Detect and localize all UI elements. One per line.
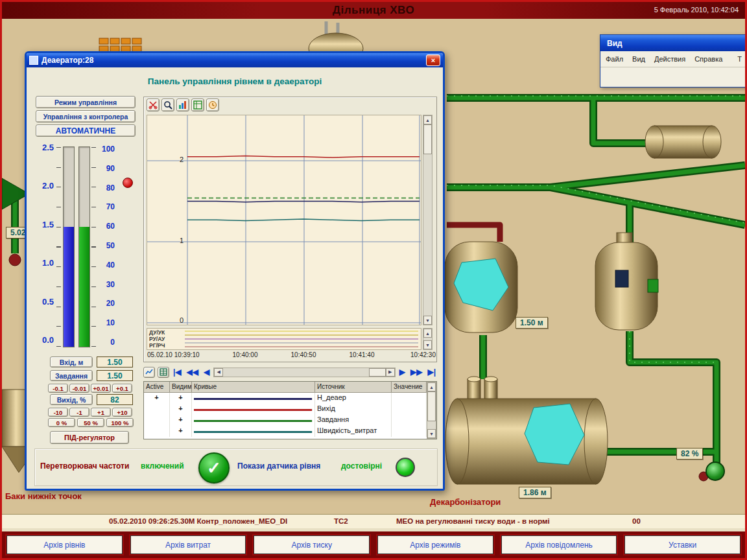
scroll-right-icon[interactable]: ▶ — [386, 368, 395, 377]
setpoint-plus-small[interactable]: +0.01 — [91, 384, 111, 393]
ytick-1: 1 — [171, 237, 184, 244]
digital-lines-svg — [185, 329, 418, 349]
fwd-icon[interactable]: ▶ — [398, 368, 407, 377]
output-plus-small[interactable]: +1 — [91, 408, 111, 417]
menu-item-file[interactable]: Файл — [606, 55, 623, 63]
scroll-up-icon[interactable]: ▲ — [427, 382, 436, 391]
scissors-icon[interactable] — [147, 99, 160, 111]
menu-item-view[interactable]: Вид — [632, 55, 645, 63]
panel-title: Панель управління рівнем в деаераторі — [27, 76, 443, 86]
dialog-status-panel: Перетворювач частоти включений ✓ Покази … — [34, 449, 438, 486]
output-minus-small[interactable]: -1 — [69, 408, 89, 417]
setpoint-minus-big[interactable]: -0.1 — [48, 384, 68, 393]
left-valve-icon — [9, 254, 21, 266]
setpoint-bar-fill — [79, 227, 89, 347]
trend-view-icon[interactable] — [143, 367, 155, 378]
pid-regulator-button[interactable]: ПІД-регулятор — [50, 431, 129, 444]
table-row[interactable]: + Швидкість_витрат — [144, 426, 427, 437]
pump-percent-tag: 82 % — [676, 448, 703, 460]
output-preset-0[interactable]: 0 % — [48, 418, 75, 427]
table-row[interactable]: + Вихід — [144, 404, 427, 415]
dialog-body: Панель управління рівнем в деаераторі Ре… — [27, 67, 443, 489]
output-preset-50[interactable]: 50 % — [77, 418, 104, 427]
trend-navigation: |◀ ◀◀ ◀ ◀ ▶ ▶ ▶▶ ▶| — [143, 366, 437, 379]
output-label: Вихід, % — [50, 394, 93, 405]
trend-horizontal-scrollbar[interactable]: ◀ ▶ — [213, 368, 395, 377]
trend-toolbar — [147, 99, 219, 111]
time-label: 10:40:00 — [226, 351, 265, 358]
table-row[interactable]: + + Н_деаер — [144, 393, 427, 404]
output-plus-big[interactable]: +10 — [112, 408, 132, 417]
input-label: Вхід, м — [50, 356, 93, 368]
close-icon[interactable]: × — [426, 54, 440, 66]
step-fwd-icon[interactable]: ▶| — [426, 368, 437, 377]
archive-buttonbar: Архів рівнів Архів витрат Архів тиску Ар… — [2, 531, 745, 558]
dialog-titlebar[interactable]: Деаератор:28 × — [27, 53, 443, 67]
digital-row-label: ДУ/УК — [149, 329, 165, 336]
digital-scrollbar[interactable]: ▲ ▼ — [423, 328, 433, 350]
scroll-thumb[interactable] — [423, 124, 432, 154]
archive-modes-button[interactable]: Архів режимів — [376, 534, 495, 555]
scroll-down-icon[interactable]: ▼ — [423, 340, 432, 349]
level-tag-bottom-tank: 1.86 м — [519, 487, 551, 498]
output-marker[interactable] — [123, 178, 133, 188]
event-code: 00 — [632, 517, 641, 525]
event-statusbar: 05.02.2010 09:26:25.30М Контр_положен_МЕ… — [2, 514, 745, 529]
page-title: Дільниця ХВО — [333, 4, 414, 17]
mode-button[interactable]: Режим управління — [36, 96, 136, 108]
scroll-thumb[interactable] — [427, 391, 436, 421]
setpoint-minus-small[interactable]: -0.01 — [69, 384, 89, 393]
archive-messages-button[interactable]: Архів повідомлень — [500, 534, 619, 555]
fast-fwd-icon[interactable]: ▶▶ — [409, 368, 423, 377]
view-window-titlebar[interactable]: Вид — [600, 35, 745, 51]
menu-item-help[interactable]: Справка — [694, 55, 722, 63]
archive-flows-button[interactable]: Архів витрат — [129, 534, 248, 555]
level-sensor-label: Покази датчика рівня — [237, 461, 320, 471]
scroll-down-icon[interactable]: ▼ — [423, 316, 432, 325]
zoom-icon[interactable] — [161, 99, 174, 111]
output-preset-100[interactable]: 100 % — [106, 418, 134, 427]
check-icon: ✓ — [198, 452, 230, 484]
app-titlebar: Дільниця ХВО 5 Февраль 2010, 10:42:04 — [2, 2, 745, 19]
freq-converter-label: Перетворювач частоти — [40, 461, 129, 471]
output-value: 82 — [97, 394, 133, 405]
right-deaerator-tank — [595, 233, 658, 330]
export-icon[interactable] — [191, 99, 204, 111]
setpoint-label: Завдання — [50, 370, 93, 381]
archive-pressure-button[interactable]: Архів тиску — [252, 534, 371, 555]
level-bar-fill — [64, 227, 74, 347]
back-icon[interactable]: ◀ — [202, 368, 211, 377]
view-window-title: Вид — [607, 39, 622, 48]
setpoints-button[interactable]: Уставки — [623, 534, 742, 555]
scroll-thumb[interactable] — [369, 368, 386, 377]
controller-mode-button[interactable]: Управління з контролера — [36, 110, 136, 122]
view-window: Вид Файл Вид Действия Справка Т — [600, 34, 745, 88]
auto-mode-button[interactable]: АВТОМАТИЧНЕ — [36, 124, 136, 137]
menu-item-cut[interactable]: Т — [737, 55, 742, 63]
bottom-tank — [445, 377, 608, 484]
table-row[interactable]: + Завдання — [144, 415, 427, 426]
scroll-up-icon[interactable]: ▲ — [423, 115, 432, 124]
level-scale-ticks — [56, 147, 61, 347]
level-sensor-state: достовірні — [341, 461, 382, 471]
time-label: 10:41:40 — [342, 351, 381, 358]
trend-lines-svg — [147, 115, 421, 325]
trend-vertical-scrollbar[interactable]: ▲ ▼ — [423, 115, 433, 325]
scroll-left-icon[interactable]: ◀ — [214, 368, 223, 377]
scroll-up-icon[interactable]: ▲ — [423, 329, 432, 338]
chart-icon[interactable] — [176, 99, 189, 111]
table-scrollbar[interactable]: ▲ ▼ — [427, 382, 436, 439]
setpoint-plus-big[interactable]: +0.1 — [112, 384, 132, 393]
table-view-icon[interactable] — [158, 367, 169, 378]
ytick-0: 0 — [171, 316, 184, 324]
event-text: 05.02.2010 09:26:25.30М Контр_положен_МЕ… — [109, 517, 287, 525]
output-minus-big[interactable]: -10 — [48, 408, 68, 417]
fast-back-icon[interactable]: ◀◀ — [185, 368, 200, 377]
deaerator-dialog: Деаератор:28 × Панель управління рівнем … — [25, 51, 445, 491]
step-back-icon[interactable]: |◀ — [172, 368, 183, 377]
left-deaerator-tank — [445, 242, 517, 332]
scroll-down-icon[interactable]: ▼ — [427, 429, 436, 438]
archive-levels-button[interactable]: Архів рівнів — [5, 534, 124, 555]
menu-item-actions[interactable]: Действия — [654, 55, 685, 63]
clock-icon[interactable] — [206, 99, 219, 111]
